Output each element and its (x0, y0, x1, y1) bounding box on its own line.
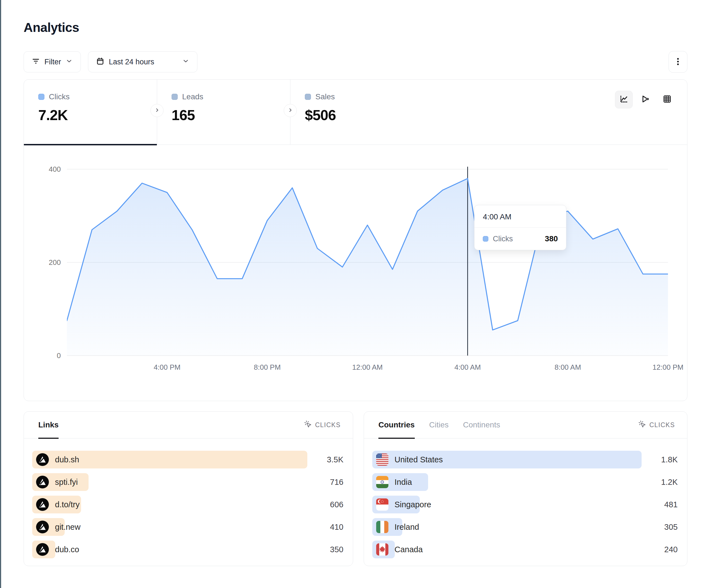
dub-logo-icon (36, 453, 49, 466)
bar-zone: United States (372, 451, 642, 469)
kebab-menu-icon (674, 57, 682, 67)
tooltip-time: 4:00 AM (474, 205, 566, 228)
analytics-chart-card: Clicks 7.2K Leads 165 (24, 79, 687, 401)
clicks-tab-label: Clicks (49, 92, 70, 101)
flag-us-icon (376, 453, 388, 466)
list-item[interactable]: git.new410 (32, 518, 343, 536)
cursor-click-icon (304, 420, 312, 430)
toolbar: Filter Last 24 hours (24, 51, 687, 73)
line-chart-icon (619, 94, 628, 105)
line-chart-view-button[interactable] (615, 91, 633, 109)
sales-value: $506 (305, 107, 424, 123)
bar-zone: dub.co (32, 541, 307, 558)
dub-logo-icon (36, 543, 49, 556)
expand-leads-button[interactable] (284, 104, 297, 117)
page-title: Analytics (24, 20, 687, 35)
list-item[interactable]: d.to/try606 (32, 496, 343, 513)
chevron-down-icon (66, 58, 73, 67)
table-view-button[interactable] (658, 91, 676, 109)
leads-legend-square-icon (172, 94, 178, 100)
cursor-click-icon (638, 420, 646, 430)
analytics-page: Analytics Filter Last 24 hours (24, 0, 687, 566)
item-label: d.to/try (55, 500, 80, 509)
x-axis-tick: 12:00 AM (352, 363, 383, 372)
grid-icon (663, 94, 672, 105)
dub-logo-icon (36, 498, 49, 511)
filter-button[interactable]: Filter (24, 51, 81, 72)
tab-continents[interactable]: Continents (463, 412, 500, 438)
date-range-button[interactable]: Last 24 hours (88, 51, 197, 72)
bar-zone: git.new (32, 518, 307, 536)
list-item[interactable]: United States1.8K (372, 451, 678, 469)
x-axis-tick: 8:00 PM (254, 363, 281, 372)
countries-panel: Countries Cities Continents CLICKS Unite… (364, 411, 687, 566)
funnel-view-button[interactable] (637, 91, 654, 109)
more-menu-button[interactable] (669, 51, 687, 73)
sales-legend-square-icon (305, 94, 311, 100)
x-axis-tick: 4:00 PM (153, 363, 180, 372)
area-chart-plot[interactable] (67, 165, 668, 359)
links-panel-header: Links CLICKS (24, 412, 353, 438)
links-metric-badge[interactable]: CLICKS (304, 420, 341, 430)
item-value: 305 (642, 523, 678, 532)
date-range-label: Last 24 hours (109, 58, 154, 66)
x-axis-tick: 4:00 AM (454, 363, 481, 372)
item-value: 3.5K (307, 455, 343, 464)
countries-metric-badge[interactable]: CLICKS (638, 420, 675, 430)
tooltip-series-label: Clicks (493, 235, 513, 243)
dub-logo-icon (36, 476, 49, 489)
clicks-chart[interactable]: 0200400 4:00 PM8:00 PM12:00 AM4:00 AM8:0… (24, 145, 687, 401)
tab-sales[interactable]: Sales $506 (290, 80, 424, 144)
chart-tooltip: 4:00 AM Clicks 380 (474, 205, 566, 250)
clicks-legend-square-icon (38, 94, 44, 100)
tab-leads[interactable]: Leads 165 (157, 80, 290, 144)
countries-metric-label: CLICKS (649, 421, 675, 429)
item-label: dub.sh (55, 455, 79, 464)
list-item[interactable]: Canada240 (372, 541, 678, 558)
chevron-down-icon (182, 58, 189, 67)
list-item[interactable]: dub.co350 (32, 541, 343, 558)
tab-countries[interactable]: Countries (379, 412, 415, 438)
y-axis-tick: 400 (49, 165, 61, 174)
x-axis-tick: 8:00 AM (555, 363, 581, 372)
filter-lines-icon (31, 57, 40, 67)
item-value: 410 (307, 523, 343, 532)
expand-clicks-button[interactable] (150, 104, 164, 117)
list-item[interactable]: Singapore481 (372, 496, 678, 513)
item-value: 1.8K (642, 455, 678, 464)
tab-links[interactable]: Links (38, 412, 59, 438)
item-value: 240 (642, 545, 678, 554)
bar-zone: dub.sh (32, 451, 307, 469)
sales-tab-label: Sales (316, 92, 335, 101)
item-value: 1.2K (642, 478, 678, 487)
y-axis-tick: 0 (57, 352, 61, 360)
item-label: India (394, 478, 412, 487)
item-value: 716 (307, 478, 343, 487)
countries-list: United States1.8KIndia1.2KSingapore481Ir… (364, 438, 687, 558)
funnel-icon (641, 94, 650, 105)
x-axis: 4:00 PM8:00 PM12:00 AM4:00 AM8:00 AM12:0… (24, 363, 687, 374)
leads-value: 165 (172, 107, 290, 123)
bar-zone: Canada (372, 541, 642, 558)
y-axis-tick: 200 (49, 258, 61, 267)
list-item[interactable]: Ireland305 (372, 518, 678, 536)
bar-zone: spti.fyi (32, 473, 307, 491)
item-label: dub.co (55, 545, 79, 554)
item-label: git.new (55, 523, 81, 532)
item-label: spti.fyi (55, 478, 78, 487)
list-item[interactable]: spti.fyi716 (32, 473, 343, 491)
clicks-value: 7.2K (38, 107, 157, 123)
bar-zone: Ireland (372, 518, 642, 536)
item-label: Singapore (394, 500, 431, 509)
flag-in-icon (376, 476, 388, 488)
tab-cities[interactable]: Cities (429, 412, 449, 438)
list-item[interactable]: India1.2K (372, 473, 678, 491)
metric-tabs: Clicks 7.2K Leads 165 (24, 80, 687, 145)
list-item[interactable]: dub.sh3.5K (32, 451, 343, 469)
links-list: dub.sh3.5Kspti.fyi716d.to/try606git.new4… (24, 438, 353, 558)
dub-logo-icon (36, 521, 49, 533)
flag-ca-icon (376, 543, 388, 556)
tab-clicks[interactable]: Clicks 7.2K (24, 80, 157, 144)
bar-zone: Singapore (372, 496, 642, 513)
chevron-right-icon (154, 107, 160, 114)
